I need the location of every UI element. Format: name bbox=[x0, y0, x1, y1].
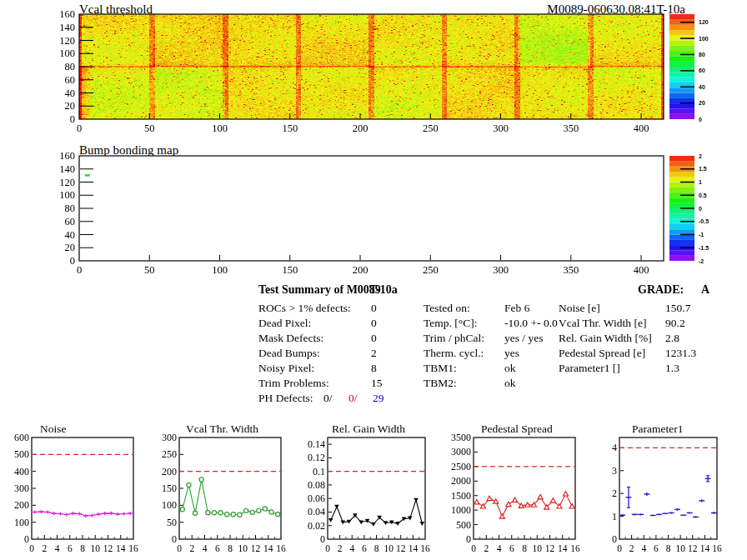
svg-text:16: 16 bbox=[276, 543, 286, 553]
svg-text:12: 12 bbox=[251, 543, 261, 553]
svg-text:8: 8 bbox=[666, 543, 671, 553]
condition-value: yes / yes bbox=[504, 332, 544, 345]
svg-text:10: 10 bbox=[384, 543, 394, 553]
condition-label: Tested on: bbox=[424, 302, 470, 315]
svg-text:2: 2 bbox=[484, 543, 489, 553]
svg-text:60: 60 bbox=[699, 68, 705, 73]
svg-text:12: 12 bbox=[545, 543, 555, 553]
svg-text:100: 100 bbox=[59, 48, 75, 59]
svg-text:6: 6 bbox=[215, 543, 220, 553]
noise-plot: 01002003004005006000246810121416 bbox=[0, 419, 147, 558]
svg-text:16: 16 bbox=[128, 543, 138, 553]
svg-text:3: 3 bbox=[612, 465, 617, 477]
result-label: Parameter1 [] bbox=[559, 362, 620, 375]
svg-text:300: 300 bbox=[162, 432, 177, 443]
svg-text:0: 0 bbox=[70, 255, 75, 267]
svg-text:2000: 2000 bbox=[451, 475, 471, 487]
summary-subtitle: T-10a bbox=[369, 283, 398, 297]
svg-text:-1.5: -1.5 bbox=[699, 245, 709, 251]
svg-text:8: 8 bbox=[374, 543, 379, 553]
svg-text:0: 0 bbox=[617, 543, 622, 553]
ph-defects-value-blue: 29 bbox=[373, 392, 384, 405]
defect-value: 0 bbox=[371, 332, 377, 345]
condition-value: ok bbox=[504, 362, 516, 375]
svg-text:100: 100 bbox=[212, 122, 228, 134]
svg-text:0.12: 0.12 bbox=[308, 452, 325, 463]
bump-bonding-colorbar bbox=[669, 156, 694, 261]
svg-text:12: 12 bbox=[103, 543, 113, 553]
svg-text:500: 500 bbox=[456, 519, 471, 531]
noise-plot-title: Noise bbox=[40, 422, 67, 436]
svg-text:0: 0 bbox=[699, 206, 702, 212]
svg-text:4: 4 bbox=[349, 543, 354, 553]
grade-label: GRADE: bbox=[638, 283, 684, 297]
svg-text:200: 200 bbox=[14, 499, 29, 511]
svg-text:20: 20 bbox=[65, 242, 76, 253]
svg-text:0: 0 bbox=[177, 543, 182, 553]
svg-text:150: 150 bbox=[162, 482, 177, 494]
svg-text:6: 6 bbox=[68, 543, 73, 553]
result-value: 1.3 bbox=[665, 362, 679, 375]
svg-text:8: 8 bbox=[522, 543, 527, 553]
svg-text:3000: 3000 bbox=[451, 446, 471, 458]
svg-text:-2: -2 bbox=[699, 258, 704, 264]
svg-text:4: 4 bbox=[203, 543, 208, 553]
svg-text:100: 100 bbox=[212, 264, 228, 276]
defect-value: 0 bbox=[371, 317, 377, 330]
summary-title: Test Summary of M0089 bbox=[258, 283, 381, 297]
pedestal-plot: 0500100015002000250030003500024681012141… bbox=[442, 419, 589, 558]
svg-text:2: 2 bbox=[612, 488, 617, 499]
svg-text:0.08: 0.08 bbox=[308, 479, 325, 491]
svg-text:160: 160 bbox=[59, 8, 75, 20]
svg-text:600: 600 bbox=[14, 432, 29, 443]
svg-text:6: 6 bbox=[654, 543, 659, 553]
svg-text:6: 6 bbox=[509, 543, 514, 553]
svg-text:10: 10 bbox=[238, 543, 248, 553]
defect-label: Trim Problems: bbox=[258, 377, 329, 390]
svg-text:250: 250 bbox=[423, 122, 439, 134]
grade-value: A bbox=[701, 283, 709, 297]
defect-value: 15 bbox=[371, 377, 383, 390]
svg-text:2: 2 bbox=[189, 543, 194, 553]
svg-text:2: 2 bbox=[699, 153, 702, 159]
svg-text:16: 16 bbox=[570, 543, 580, 553]
svg-text:40: 40 bbox=[65, 88, 76, 99]
result-label: Vcal Thr. Width [e] bbox=[559, 317, 646, 330]
parameter1-plot: 012340246810121416 bbox=[588, 419, 730, 558]
svg-text:1500: 1500 bbox=[451, 490, 471, 502]
result-value: 2.8 bbox=[665, 332, 679, 345]
defect-label: Dead Pixel: bbox=[258, 317, 311, 330]
svg-text:-1: -1 bbox=[699, 232, 704, 238]
svg-text:4: 4 bbox=[641, 543, 646, 553]
condition-label: Temp. [°C]: bbox=[424, 317, 477, 330]
svg-text:400: 400 bbox=[634, 264, 649, 276]
condition-value: ok bbox=[504, 377, 516, 390]
svg-text:350: 350 bbox=[563, 264, 579, 276]
svg-text:120: 120 bbox=[59, 35, 75, 47]
svg-text:14: 14 bbox=[409, 543, 419, 553]
parameter1-plot-title: Parameter1 bbox=[632, 422, 683, 436]
svg-text:160: 160 bbox=[59, 150, 75, 162]
svg-text:0.5: 0.5 bbox=[699, 192, 707, 198]
svg-text:4: 4 bbox=[55, 543, 60, 553]
defect-value: 0 bbox=[371, 302, 377, 315]
svg-text:140: 140 bbox=[59, 163, 75, 175]
svg-text:1.5: 1.5 bbox=[699, 166, 707, 172]
svg-text:1: 1 bbox=[699, 179, 702, 185]
defect-label: Dead Bumps: bbox=[258, 347, 320, 360]
svg-text:3500: 3500 bbox=[451, 432, 471, 443]
svg-text:350: 350 bbox=[563, 122, 579, 134]
svg-text:16: 16 bbox=[712, 543, 722, 553]
svg-text:200: 200 bbox=[162, 466, 177, 478]
condition-value: -10.0 +- 0.0 bbox=[504, 317, 558, 330]
rel-gain-plot: 00.020.040.060.080.10.120.14024681012141… bbox=[296, 419, 439, 558]
svg-text:100: 100 bbox=[699, 36, 709, 42]
svg-text:50: 50 bbox=[144, 264, 155, 276]
svg-text:300: 300 bbox=[14, 482, 29, 494]
svg-text:0: 0 bbox=[699, 117, 702, 122]
svg-text:20: 20 bbox=[65, 100, 76, 112]
defect-value: 2 bbox=[371, 347, 377, 360]
svg-text:0.04: 0.04 bbox=[308, 506, 325, 518]
svg-text:16: 16 bbox=[420, 543, 430, 553]
svg-text:2: 2 bbox=[42, 543, 47, 553]
